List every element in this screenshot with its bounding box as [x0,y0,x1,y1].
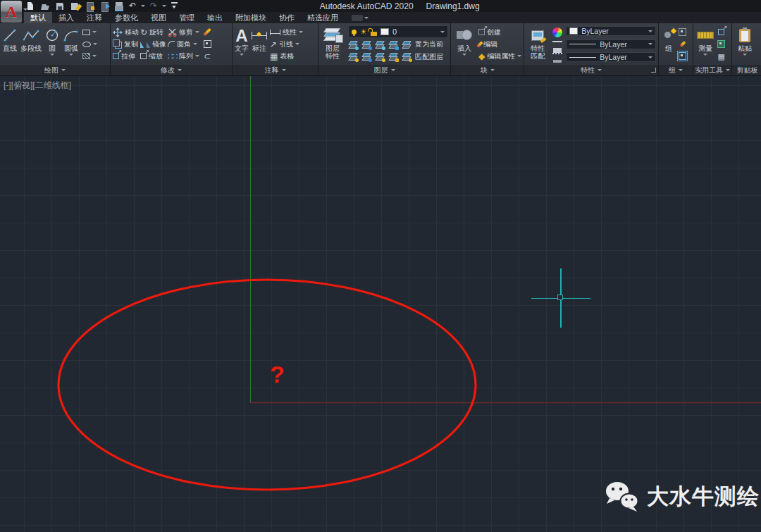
panel-annotation-footer[interactable]: 注释 [233,65,318,75]
linear-dim-tool[interactable]: 线性 [270,26,303,38]
layer-freeze-icon[interactable] [375,41,385,49]
linetype-combo-dropdown-icon[interactable] [648,56,652,58]
join-tool[interactable]: ⊂ [204,50,211,62]
quick-calc-tool[interactable]: ▦ [718,50,725,62]
arc-tool[interactable]: 圆弧 [63,25,80,63]
layer-on-all-icon[interactable] [348,53,358,61]
app-menu-button[interactable]: A [1,1,22,23]
undo-icon[interactable]: ↶ [129,1,136,11]
edit-attributes-dropdown-icon[interactable] [517,55,521,57]
layer-properties-tool[interactable]: 图层特性 [321,25,345,63]
lineweight-tool[interactable] [552,38,562,50]
match-layer-button[interactable]: 匹配图层 [415,52,443,62]
lineweight-combo-dropdown-icon[interactable] [648,43,652,45]
fillet-dropdown-icon[interactable] [193,43,197,45]
scale-tool[interactable]: 缩放 [140,50,166,62]
panel-properties-footer[interactable]: 特性 [524,65,658,75]
tab-parametric[interactable]: 参数化 [109,12,144,23]
color-wheel-tool[interactable] [552,26,562,38]
app-menu-dropdown-icon[interactable] [23,8,27,11]
layer-sun-icon[interactable] [375,53,385,61]
drawing-canvas[interactable]: [-][俯视][二维线框] ? 大水牛测绘 [0,76,761,532]
array-dropdown-icon[interactable] [195,55,199,57]
tab-addins[interactable]: 附加模块 [229,12,273,23]
color-combo-dropdown-icon[interactable] [648,30,652,32]
plot-icon[interactable] [114,1,124,11]
tab-annotate[interactable]: 注释 [80,12,109,23]
tab-collaborate[interactable]: 协作 [273,12,301,23]
layer-select-combo[interactable]: ☀ 0 [348,25,448,38]
leader-tool[interactable]: ↗引线 [270,38,303,50]
circle-tool[interactable]: 圆 [44,25,60,63]
circle-dropdown-icon[interactable] [50,54,54,56]
object-color-combo[interactable]: ByLayer [566,26,656,36]
hatch-dropdown-icon[interactable] [92,55,97,57]
panel-clipboard-footer[interactable]: 剪贴板 [732,65,761,75]
group-tool[interactable]: 组 [661,25,676,63]
linetype-tool[interactable] [552,50,562,62]
open-file-icon[interactable] [40,1,50,11]
id-point-tool[interactable] [718,26,724,38]
paste-dropdown-icon[interactable] [743,54,747,56]
rectangle-tool[interactable] [82,26,97,38]
layer-thaw-icon[interactable]: ☀ [360,28,367,36]
trim-dropdown-icon[interactable] [195,31,199,33]
layer-unlock-all-icon[interactable] [388,53,398,61]
measure-tool[interactable]: 测量 [695,25,715,63]
tab-insert[interactable]: 插入 [52,12,80,23]
group-edit-tool[interactable] [681,38,684,50]
question-mark-text[interactable]: ? [270,361,285,388]
table-tool[interactable]: ▦表格 [270,50,303,62]
lineweight-combo[interactable]: ByLayer [566,39,656,49]
set-current-icon[interactable] [402,41,412,49]
save-to-web-icon[interactable] [85,1,94,11]
leader-dropdown-icon[interactable] [295,43,299,45]
explode-tool[interactable] [204,38,211,50]
line-tool[interactable]: 直线 [2,25,18,63]
move-tool[interactable]: 移动 [113,26,139,38]
point-style-tool[interactable] [717,38,725,50]
edit-block-tool[interactable]: 编辑 [478,38,521,50]
rectangle-dropdown-icon[interactable] [92,31,97,33]
match-layer-icon[interactable] [402,53,412,61]
layer-thaw-all-icon[interactable] [361,53,371,61]
arc-dropdown-icon[interactable] [69,54,73,56]
panel-draw-footer[interactable]: 绘图 [0,65,110,75]
erase-tool[interactable] [206,26,209,38]
layer-combo-dropdown-icon[interactable] [440,31,445,33]
panel-block-footer[interactable]: 块 [451,65,524,75]
hatch-tool[interactable] [82,50,97,62]
redo-dropdown-icon[interactable] [162,5,166,7]
create-block-tool[interactable]: 创建 [478,26,521,38]
panel-layers-footer[interactable]: 图层 [318,65,450,75]
text-tool[interactable]: A 文字 [235,25,249,63]
polyline-tool[interactable]: 多段线 [20,25,42,63]
panel-modify-footer[interactable]: 修改 [111,65,232,75]
layer-isolate-icon[interactable] [361,41,371,49]
edit-attributes-tool[interactable]: ◆编辑属性 [478,50,521,62]
rotate-tool[interactable]: ↻旋转 [140,26,166,38]
ellipse-tool[interactable] [82,38,97,50]
linetype-combo[interactable]: ByLayer [566,52,656,62]
trim-tool[interactable]: 修剪 [168,26,199,38]
tab-manage[interactable]: 管理 [173,12,201,23]
layer-unlock-icon[interactable] [371,32,377,36]
tab-home[interactable]: 默认 [24,12,52,23]
match-properties-tool[interactable]: 特性匹配 [526,25,549,63]
workspace-switch-icon[interactable] [352,15,363,21]
panel-group-footer[interactable]: 组 [659,65,693,75]
layer-lock-icon[interactable] [388,41,398,49]
measure-dropdown-icon[interactable] [703,54,707,56]
ungroup-tool[interactable] [679,26,686,38]
group-selection-toggle[interactable] [679,50,686,62]
tab-view[interactable]: 视图 [144,12,173,23]
panel-utilities-footer[interactable]: 实用工具 [693,65,731,75]
text-dropdown-icon[interactable] [240,54,244,56]
fillet-tool[interactable]: 圆角 [168,38,199,50]
insert-block-tool[interactable]: 插入 [453,25,476,63]
tab-output[interactable]: 输出 [201,12,229,23]
array-tool[interactable]: ∷∷阵列 [168,50,199,62]
ellipse-dropdown-icon[interactable] [93,43,97,45]
tab-featured-apps[interactable]: 精选应用 [301,12,345,23]
layer-on-icon[interactable] [352,30,357,35]
